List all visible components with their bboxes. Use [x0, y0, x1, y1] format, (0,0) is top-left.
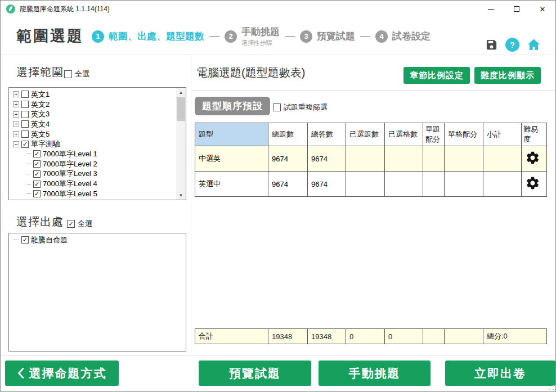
scope-select-all-checkbox[interactable] [64, 70, 72, 78]
expand-icon[interactable] [13, 91, 19, 97]
tree-connector [13, 240, 19, 240]
cell-selected-cells[interactable] [385, 146, 423, 172]
close-button[interactable]: ✕ [530, 1, 555, 17]
manual-pick-button[interactable]: 手動挑題 [319, 361, 431, 386]
generate-exam-button[interactable]: 立即出卷 [445, 361, 555, 386]
tree-item-vocab-test[interactable]: 單字測驗 [9, 139, 186, 149]
cell-type: 中選英 [195, 146, 268, 172]
tree-item-7000-level2[interactable]: 7000單字Level 2 [9, 159, 186, 169]
save-icon[interactable] [485, 38, 498, 51]
checkbox[interactable] [21, 111, 29, 118]
chapter-ratio-button[interactable]: 章節比例設定 [403, 67, 470, 84]
tree-item-label: 7000單字Level 4 [43, 179, 97, 189]
duplicate-filter-label: 試題重複篩選 [284, 102, 328, 112]
checkbox[interactable] [33, 150, 41, 157]
tree-item-7000-level5[interactable]: 7000單字Level 5 [9, 189, 186, 199]
cell-total-questions: 9674 [268, 172, 308, 197]
cell-difficulty [522, 146, 547, 172]
cell-selected-questions[interactable] [346, 146, 385, 172]
expand-icon[interactable] [13, 101, 19, 107]
checkbox[interactable] [21, 130, 29, 138]
col-header-total-questions: 總題數 [268, 123, 308, 146]
source-select-all-label: 全選 [78, 219, 92, 229]
total-score: 總分:0 [483, 329, 547, 344]
difficulty-settings-button[interactable] [525, 150, 540, 165]
tree-item-english3[interactable]: 英文3 [9, 109, 186, 119]
duplicate-filter[interactable]: 試題重複篩選 [273, 102, 328, 112]
expand-icon[interactable] [13, 121, 19, 127]
gear-icon [525, 150, 540, 165]
app-logo-icon [6, 4, 15, 13]
col-header-difficulty: 難易度 [522, 123, 547, 146]
scope-select-all[interactable]: 全選 [64, 69, 89, 79]
tree-item-english1[interactable]: 英文1 [9, 89, 186, 100]
tree-item-7000-level1[interactable]: 7000單字Level 1 [9, 149, 186, 159]
cell-score-per-question[interactable] [423, 146, 445, 172]
source-select-all-checkbox[interactable] [67, 220, 75, 228]
step-1-label: 範圍、出處、題型題數 [109, 30, 204, 43]
table-header-row: 題型 總題數 總答數 已選題數 已選格數 單題配分 單格配分 小計 難易度 [195, 123, 547, 146]
scope-tree-scrollbar[interactable]: ▲ ▼ [176, 88, 186, 200]
source-section-title: 選擇出處 [16, 214, 64, 229]
back-to-method-button[interactable]: 選擇命題方式 [5, 361, 119, 386]
difficulty-ratio-button[interactable]: 難度比例顯示 [474, 67, 541, 84]
cell-selected-questions[interactable] [346, 172, 385, 197]
checkbox[interactable] [21, 101, 29, 108]
totals-row: 合計 19348 19348 0 0 總分:0 [195, 329, 547, 344]
checkbox[interactable] [21, 91, 29, 98]
checkbox[interactable] [33, 160, 41, 168]
tree-connector [25, 164, 31, 164]
checkbox[interactable] [33, 190, 41, 197]
tree-item-english4[interactable]: 英文4 [9, 119, 186, 129]
cell-subtotal [483, 146, 522, 172]
checkbox[interactable] [33, 181, 41, 188]
col-header-type: 題型 [195, 123, 268, 146]
step-3-label: 預覽試題 [317, 30, 355, 43]
cell-score-per-question[interactable] [423, 172, 445, 197]
tree-item-english2[interactable]: 英文2 [9, 100, 186, 110]
checkbox[interactable] [33, 170, 41, 178]
checkbox[interactable] [21, 120, 29, 128]
minimize-button[interactable] [478, 1, 504, 17]
minimize-icon [488, 9, 494, 10]
difficulty-settings-button[interactable] [525, 175, 540, 191]
step-4: 4 試卷設定 [375, 30, 431, 43]
checkbox[interactable] [21, 236, 29, 244]
home-icon[interactable] [527, 38, 541, 52]
resize-grip[interactable] [549, 385, 554, 390]
header: 範圍選題 1 範圍、出處、題型題數 2 手動挑題 選擇性步驟 3 預覽試題 [1, 17, 555, 55]
bottom-bar: 選擇命題方式 預覽試題 手動挑題 立即出卷 [1, 355, 555, 391]
checkbox[interactable] [21, 141, 29, 148]
page-title: 範圍選題 [16, 26, 84, 46]
cell-score-per-cell[interactable] [445, 172, 483, 197]
tree-item-label: 英文3 [31, 109, 50, 119]
scope-tree: 英文1 英文2 英文3 英文4 英文5 [8, 87, 186, 200]
scrollbar-thumb[interactable] [177, 97, 185, 121]
header-icons: ? [485, 38, 541, 52]
preview-exam-button[interactable]: 預覽試題 [199, 361, 311, 386]
question-type-table: 題型 總題數 總答數 已選題數 已選格數 單題配分 單格配分 小計 難易度 中選… [195, 123, 547, 197]
help-icon[interactable]: ? [505, 38, 519, 52]
tree-item-7000-level3[interactable]: 7000單字Level 3 [9, 169, 186, 179]
maximize-button[interactable] [504, 1, 530, 17]
tree-item-longteng-custom[interactable]: 龍騰自命題 [9, 235, 186, 245]
tree-item-english5[interactable]: 英文5 [9, 129, 186, 139]
expand-icon[interactable] [13, 131, 19, 137]
tree-item-label: 7000單字Level 5 [43, 189, 97, 199]
question-order-preset-button[interactable]: 題型順序預設 [195, 97, 270, 115]
app-title: 龍騰題庫命題系統 1.1.14(114) [20, 4, 478, 14]
scrollbar-down-icon[interactable]: ▼ [176, 191, 186, 200]
cell-score-per-cell[interactable] [445, 146, 483, 172]
col-header-subtotal: 小計 [483, 123, 522, 146]
collapse-icon[interactable] [13, 141, 19, 147]
cell-selected-cells[interactable] [385, 172, 423, 197]
tree-item-label: 龍騰自命題 [31, 235, 68, 245]
expand-icon[interactable] [13, 111, 19, 118]
back-to-method-label: 選擇命題方式 [29, 366, 107, 381]
duplicate-filter-checkbox[interactable] [273, 103, 281, 111]
tree-item-7000-level4[interactable]: 7000單字Level 4 [9, 179, 186, 189]
total-selected-questions: 0 [346, 329, 385, 344]
source-select-all[interactable]: 全選 [67, 219, 92, 229]
computer-select-title: 電腦選題(題型題數表) [196, 65, 305, 80]
scrollbar-up-icon[interactable]: ▲ [176, 88, 186, 97]
